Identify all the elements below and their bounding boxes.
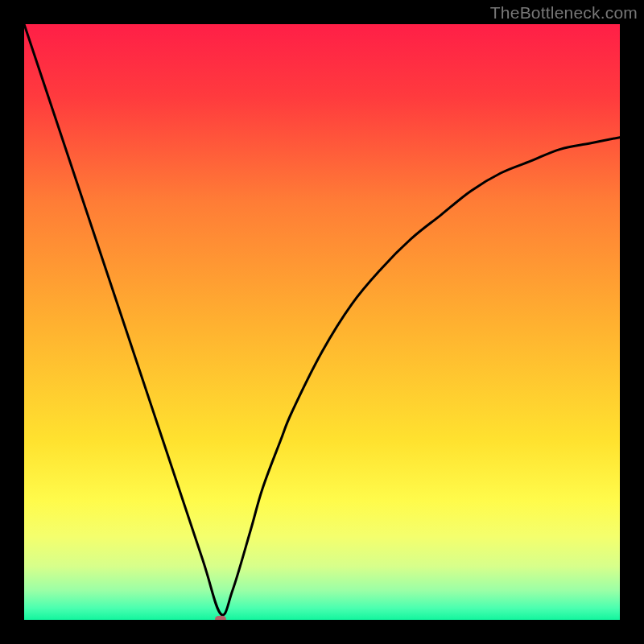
chart-frame: TheBottleneck.com — [0, 0, 644, 644]
watermark-text: TheBottleneck.com — [490, 3, 638, 23]
bottleneck-curve — [24, 24, 620, 620]
optimal-marker — [215, 616, 226, 620]
plot-area — [24, 24, 620, 620]
